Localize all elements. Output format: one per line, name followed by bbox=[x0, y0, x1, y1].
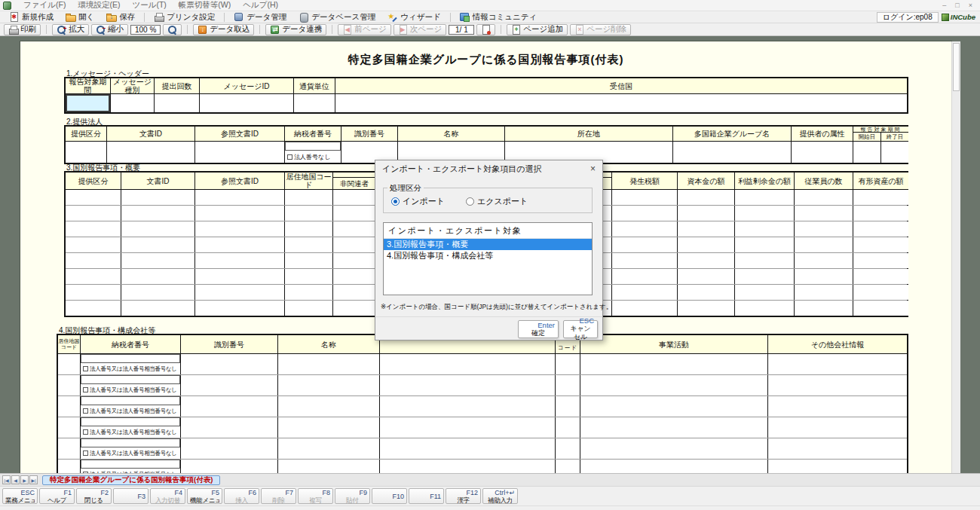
scrollbar-thumb[interactable] bbox=[953, 43, 960, 91]
table-cell[interactable] bbox=[121, 269, 195, 284]
table-cell[interactable] bbox=[121, 301, 195, 316]
table-cell[interactable] bbox=[580, 375, 768, 395]
table-cell[interactable] bbox=[121, 206, 195, 221]
table-cell[interactable] bbox=[333, 190, 376, 205]
corporate-number-input[interactable] bbox=[81, 354, 180, 363]
table-cell[interactable] bbox=[735, 285, 795, 300]
menu-item-4[interactable]: ヘルプ(H) bbox=[243, 0, 278, 11]
table-cell[interactable] bbox=[795, 253, 853, 268]
vertical-scrollbar[interactable] bbox=[951, 41, 960, 473]
table-cell[interactable] bbox=[285, 253, 333, 268]
table-cell[interactable] bbox=[580, 460, 768, 473]
table-cell[interactable] bbox=[285, 206, 333, 221]
table-cell[interactable]: 法人番号又は法人番号相当番号なし bbox=[81, 438, 181, 459]
table-cell[interactable] bbox=[678, 269, 735, 284]
縮小-button[interactable]: −縮小 bbox=[91, 24, 128, 35]
table-cell[interactable] bbox=[768, 354, 907, 374]
last-sheet-button[interactable]: ▶| bbox=[29, 475, 38, 484]
table-cell[interactable] bbox=[278, 375, 380, 395]
table-cell[interactable] bbox=[612, 269, 678, 284]
table-cell[interactable] bbox=[735, 221, 795, 237]
cancel-button[interactable]: ESCキャンセル bbox=[563, 320, 598, 338]
first-sheet-button[interactable]: |◀ bbox=[2, 475, 11, 484]
table-cell[interactable] bbox=[853, 301, 908, 316]
function-key-F1[interactable]: F1ヘルプ bbox=[39, 488, 75, 504]
table-cell[interactable] bbox=[58, 354, 81, 374]
table-cell[interactable] bbox=[768, 417, 907, 438]
checkbox[interactable] bbox=[83, 366, 88, 371]
table-cell[interactable] bbox=[380, 417, 556, 438]
table-cell[interactable] bbox=[121, 285, 195, 300]
dialog-close-icon[interactable]: × bbox=[590, 164, 596, 173]
table-cell[interactable] bbox=[107, 142, 195, 163]
list-item[interactable]: 4.国別報告事項・構成会社等 bbox=[384, 250, 592, 261]
menu-item-0[interactable]: ファイル(F) bbox=[23, 0, 66, 11]
table-cell[interactable] bbox=[580, 354, 768, 374]
table-cell[interactable] bbox=[333, 253, 376, 268]
radio-option-export[interactable]: エクスポート bbox=[466, 196, 528, 207]
table-cell[interactable] bbox=[735, 269, 795, 284]
table-cell[interactable] bbox=[612, 237, 678, 252]
table-cell[interactable] bbox=[195, 301, 285, 316]
table-cell[interactable] bbox=[195, 142, 285, 163]
table-cell[interactable] bbox=[795, 301, 853, 316]
table-cell[interactable] bbox=[678, 221, 735, 237]
corporate-number-input[interactable] bbox=[81, 375, 180, 384]
table-cell[interactable] bbox=[853, 206, 908, 221]
情報コミュニティ-button[interactable]: 情報コミュニティ bbox=[454, 11, 543, 23]
table-cell[interactable] bbox=[195, 206, 285, 221]
table-cell[interactable] bbox=[768, 375, 907, 395]
function-key-F6[interactable]: F6挿入 bbox=[224, 488, 259, 504]
radio-option-import[interactable]: インポート bbox=[391, 196, 445, 207]
table-cell[interactable] bbox=[66, 190, 121, 205]
table-cell[interactable] bbox=[66, 237, 121, 252]
magnifier-button[interactable] bbox=[163, 24, 182, 35]
table-cell[interactable] bbox=[612, 221, 678, 237]
table-cell[interactable] bbox=[853, 142, 881, 163]
table-cell[interactable] bbox=[556, 460, 580, 473]
table-cell[interactable] bbox=[58, 396, 81, 417]
table-cell[interactable] bbox=[612, 301, 678, 316]
table-cell[interactable] bbox=[285, 285, 333, 300]
function-key-F7[interactable]: F7削除 bbox=[261, 488, 296, 504]
table-cell[interactable] bbox=[380, 460, 556, 473]
table-cell[interactable] bbox=[181, 438, 278, 459]
table-cell[interactable] bbox=[181, 354, 278, 374]
table-cell[interactable] bbox=[58, 438, 81, 459]
table-cell[interactable] bbox=[333, 221, 376, 237]
table-cell[interactable] bbox=[673, 142, 792, 163]
table-cell[interactable]: 法人番号又は法人番号相当番号なし bbox=[81, 354, 181, 374]
table-cell[interactable] bbox=[278, 396, 380, 417]
table-cell[interactable] bbox=[195, 285, 285, 300]
function-key-F4[interactable]: F4入力切替 bbox=[150, 488, 185, 504]
table-cell[interactable] bbox=[853, 237, 908, 252]
table-cell[interactable] bbox=[181, 417, 278, 438]
table-cell[interactable] bbox=[121, 253, 195, 268]
target-listbox[interactable]: インポート・エクスポート対象 3.国別報告事項・概要4.国別報告事項・構成会社等 bbox=[383, 222, 593, 295]
table-cell[interactable] bbox=[335, 94, 907, 112]
goto-page-button[interactable] bbox=[476, 24, 495, 35]
close-button[interactable]: × bbox=[969, 2, 972, 9]
プリンタ設定-button[interactable]: プリンタ設定 bbox=[148, 11, 221, 23]
table-cell[interactable] bbox=[612, 206, 678, 221]
table-cell[interactable] bbox=[195, 269, 285, 284]
list-item[interactable]: 3.国別報告事項・概要 bbox=[384, 239, 592, 250]
table-cell[interactable] bbox=[294, 94, 335, 112]
table-cell[interactable] bbox=[333, 206, 376, 221]
データベース管理-button[interactable]: データベース管理 bbox=[292, 11, 381, 23]
table-cell[interactable] bbox=[795, 190, 853, 205]
function-key-F9[interactable]: F9貼付 bbox=[335, 488, 370, 504]
table-cell[interactable]: 法人番号又は法人番号相当番号なし bbox=[81, 396, 181, 417]
table-cell[interactable]: 法人番号又は法人番号相当番号なし bbox=[81, 417, 181, 438]
table-cell[interactable] bbox=[285, 237, 333, 252]
次ページ-button[interactable]: ▶次ページ bbox=[394, 24, 447, 35]
checkbox[interactable] bbox=[83, 429, 88, 435]
table-cell[interactable] bbox=[181, 375, 278, 395]
table-cell[interactable] bbox=[285, 269, 333, 284]
table-cell[interactable] bbox=[556, 354, 580, 374]
table-cell[interactable] bbox=[556, 396, 580, 417]
table-cell[interactable] bbox=[768, 438, 907, 459]
function-key-F2[interactable]: F2閉じる bbox=[76, 488, 112, 504]
table-cell[interactable] bbox=[333, 285, 376, 300]
table-cell[interactable] bbox=[853, 253, 908, 268]
